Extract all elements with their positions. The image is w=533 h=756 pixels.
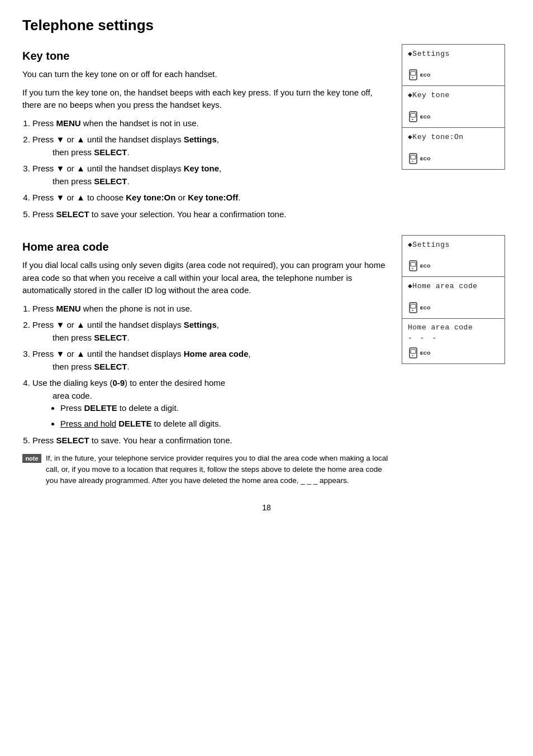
svg-rect-4 <box>411 113 416 117</box>
eco-icon-h3: ECO <box>408 347 431 359</box>
screen3-line1: ◆Key tone:On <box>408 132 499 141</box>
key-tone-left: Key tone You can turn the key tone on or… <box>22 44 391 225</box>
note-label: note <box>22 454 41 463</box>
home-area-code-heading: Home area code <box>22 241 391 253</box>
home-screen3-line1: Home area code <box>408 323 499 332</box>
bullet-hold-delete: Press and hold DELETE to delete all digi… <box>60 418 391 430</box>
key-tone-step2: Press ▼ or ▲ until the handset displays … <box>32 133 391 159</box>
key-tone-screen3: ◆Key tone:On ECO <box>402 128 505 170</box>
eco-icon-h1: ECO <box>408 260 431 272</box>
svg-rect-1 <box>411 71 416 75</box>
home-screen1-line1: ◆Settings <box>408 240 499 249</box>
svg-rect-13 <box>411 304 416 308</box>
home-area-code-content: Home area code If you dial local calls u… <box>22 235 511 486</box>
screen3-eco: ECO <box>408 152 499 165</box>
home-step4: Use the dialing keys (0-9) to enter the … <box>32 377 391 430</box>
home-step1: Press MENU when the phone is not in use. <box>32 303 391 315</box>
key-tone-screen1: ◆Settings ECO <box>402 44 505 86</box>
eco-label-h2: ECO <box>420 305 431 310</box>
eco-icon-h2: ECO <box>408 302 431 314</box>
eco-label-2: ECO <box>420 114 431 119</box>
home-step5: Press SELECT to save. You hear a confirm… <box>32 434 391 447</box>
eco-label-h1: ECO <box>420 264 431 269</box>
screen2-eco: ECO <box>408 111 499 123</box>
home-step4-bullets: Press DELETE to delete a digit. Press an… <box>60 402 391 430</box>
key-tone-section: Key tone You can turn the key tone on or… <box>22 44 511 225</box>
page-title: Telephone settings <box>22 17 511 34</box>
key-tone-screen2: ◆Key tone ECO <box>402 86 505 128</box>
screen1-line1: ◆Settings <box>408 49 499 58</box>
svg-rect-16 <box>411 350 416 353</box>
page-number: 18 <box>22 503 511 512</box>
eco-icon-2: ECO <box>408 111 431 123</box>
note-text: If, in the future, your telephone servic… <box>46 453 391 487</box>
screen1-eco: ECO <box>408 69 499 81</box>
home-step2: Press ▼ or ▲ until the handset displays … <box>32 319 391 344</box>
home-screen1-eco: ECO <box>408 260 499 272</box>
home-screen2: ◆Home area code ECO <box>402 277 505 319</box>
note-box: note If, in the future, your telephone s… <box>22 453 391 487</box>
eco-icon-1: ECO <box>408 69 431 81</box>
svg-rect-10 <box>411 262 416 266</box>
home-screen3-eco: ECO <box>408 347 499 359</box>
home-step3: Press ▼ or ▲ until the handset displays … <box>32 348 391 373</box>
key-tone-heading: Key tone <box>22 50 391 63</box>
home-screen2-eco: ECO <box>408 302 499 314</box>
eco-icon-3: ECO <box>408 152 431 165</box>
key-tone-para1: You can turn the key tone on or off for … <box>22 68 391 81</box>
eco-label-h3: ECO <box>420 351 431 356</box>
screen2-line1: ◆Key tone <box>408 90 499 99</box>
svg-rect-7 <box>411 155 416 159</box>
home-area-code-para1: If you dial local calls using only seven… <box>22 259 391 297</box>
key-tone-step3: Press ▼ or ▲ until the handset displays … <box>32 162 391 188</box>
home-screen3-line2: - - - <box>408 334 499 342</box>
home-screen2-line1: ◆Home area code <box>408 281 499 290</box>
key-tone-steps: Press MENU when the handset is not in us… <box>32 117 391 221</box>
home-area-code-left: Home area code If you dial local calls u… <box>22 235 391 486</box>
home-screen3: Home area code - - - ECO <box>402 319 505 364</box>
eco-label-1: ECO <box>420 73 431 78</box>
home-area-code-section: Home area code If you dial local calls u… <box>22 235 511 486</box>
key-tone-step1: Press MENU when the handset is not in us… <box>32 117 391 130</box>
home-screen1: ◆Settings ECO <box>402 235 505 277</box>
key-tone-step4: Press ▼ or ▲ to choose Key tone:On or Ke… <box>32 192 391 204</box>
key-tone-para2: If you turn the key tone on, the handset… <box>22 87 391 112</box>
bullet-delete: Press DELETE to delete a digit. <box>60 402 391 415</box>
key-tone-screens: ◆Settings ECO ◆Key tone <box>402 44 511 225</box>
home-area-code-steps: Press MENU when the phone is not in use.… <box>32 303 391 447</box>
home-area-code-screens: ◆Settings ECO ◆Home area code <box>402 235 511 486</box>
eco-label-3: ECO <box>420 156 431 161</box>
key-tone-step5: Press SELECT to save your selection. You… <box>32 208 391 221</box>
